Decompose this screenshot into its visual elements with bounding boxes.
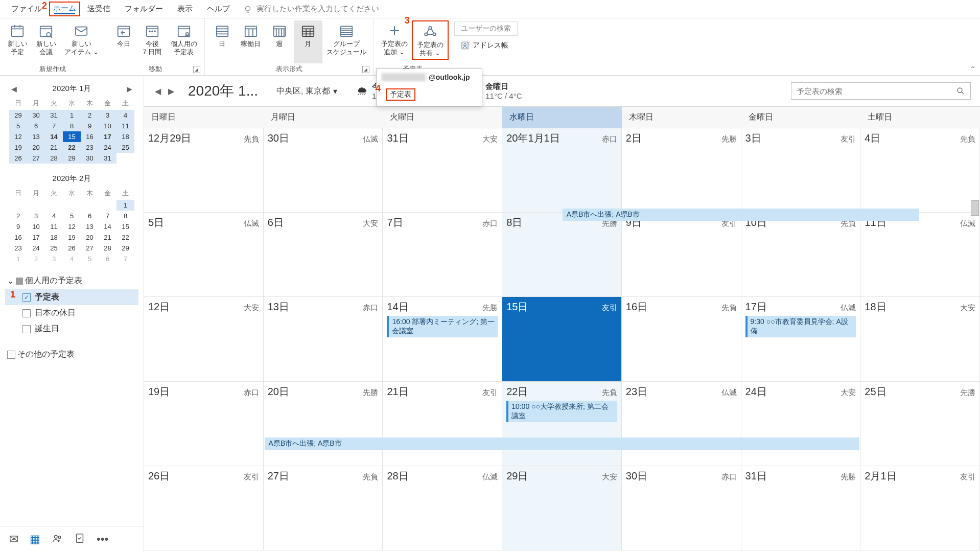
mini-day[interactable]: 19 [63, 232, 81, 243]
mini-day[interactable]: 29 [116, 243, 134, 254]
mini-day[interactable]: 7 [45, 121, 63, 131]
workweek-view-button[interactable]: 稼働日 [237, 20, 265, 63]
mini-day[interactable]: 13 [81, 221, 99, 232]
mini-day[interactable]: 25 [116, 142, 134, 153]
mini-day[interactable] [81, 200, 99, 211]
location-dropdown[interactable]: 中央区, 東京都▾ [276, 86, 337, 97]
day-cell[interactable]: 31日大安 [383, 128, 502, 213]
menu-home[interactable]: ホーム [49, 2, 80, 16]
search-icon[interactable] [956, 86, 965, 96]
mini-day[interactable]: 26 [9, 153, 27, 164]
mini-day[interactable]: 25 [45, 243, 63, 254]
mini-day[interactable]: 18 [116, 131, 134, 142]
day-cell[interactable]: 10日先負 [741, 213, 861, 297]
mini-day[interactable]: 7 [116, 254, 134, 264]
mini-day[interactable]: 4 [45, 211, 63, 221]
event-item[interactable]: 9:30 ○○市教育委員見学会; A設備 [745, 316, 856, 337]
mini-day[interactable]: 31 [99, 153, 116, 164]
share-menu-account[interactable]: @outlook.jp [377, 69, 482, 85]
mini-day[interactable]: 3 [45, 254, 63, 264]
mini-day[interactable]: 24 [99, 142, 116, 153]
mini-day[interactable]: 4 [116, 110, 134, 121]
day-cell[interactable]: 23日仏滅 [622, 382, 741, 466]
day-cell[interactable]: 20年1月1日赤口 [502, 128, 622, 213]
collapse-ribbon-button[interactable]: ⌃ [970, 65, 976, 73]
personal-calendar-button[interactable]: 個人用の 予定表 [167, 20, 201, 63]
mini-day[interactable]: 8 [116, 211, 134, 221]
prev-month-button[interactable]: ◀ [11, 85, 17, 93]
day-cell[interactable]: 12月29日先負 [144, 128, 264, 213]
mini-day[interactable]: 2 [9, 211, 27, 221]
people-nav-icon[interactable] [52, 533, 63, 546]
mini-day[interactable]: 8 [63, 121, 81, 131]
day-cell[interactable]: 18日大安 [860, 297, 980, 381]
month-grid[interactable]: 12月29日先負30日仏滅31日大安20年1月1日赤口2日先勝3日友引4日先負5… [144, 128, 980, 550]
mini-day[interactable] [99, 200, 116, 211]
mini-day[interactable] [116, 153, 134, 164]
new-items-button[interactable]: 新しい アイテム ⌄ [60, 20, 103, 63]
day-cell[interactable]: 14日先勝16:00 部署内ミーティング; 第一会議室 [383, 297, 502, 381]
more-nav-icon[interactable]: ••• [97, 533, 108, 546]
mini-day[interactable]: 17 [99, 131, 116, 142]
mini-day[interactable]: 5 [9, 121, 27, 131]
day-cell[interactable]: 9日友引 [622, 213, 741, 297]
dialog-launcher-icon[interactable]: ◢ [362, 66, 369, 73]
day-cell[interactable]: 21日友引 [383, 382, 502, 466]
mini-day[interactable]: 19 [9, 142, 27, 153]
checkbox-unchecked-icon[interactable]: ✓ [22, 325, 31, 333]
day-cell[interactable]: 8日先勝 [502, 213, 622, 297]
checkbox-checked-icon[interactable]: ✓ [22, 293, 31, 302]
mini-day[interactable]: 17 [27, 232, 45, 243]
day-cell[interactable]: 5日仏滅 [144, 213, 264, 297]
day-cell[interactable]: 30日赤口 [622, 466, 741, 550]
mini-day[interactable]: 11 [45, 221, 63, 232]
mini-day[interactable]: 1 [63, 110, 81, 121]
checkbox-unchecked-icon[interactable]: ✓ [22, 309, 31, 317]
mini-day[interactable]: 2 [81, 110, 99, 121]
mail-nav-icon[interactable]: ✉ [9, 533, 18, 546]
day-cell[interactable]: 12日大安 [144, 297, 264, 381]
calendar-item-birthdays[interactable]: ✓ 誕生日 [5, 321, 138, 337]
mini-day[interactable]: 29 [9, 110, 27, 121]
new-meeting-button[interactable]: 新しい 会議 [32, 20, 60, 63]
mini-day[interactable]: 1 [116, 200, 134, 211]
day-cell[interactable]: 13日赤口 [264, 297, 383, 381]
mini-day[interactable]: 20 [81, 232, 99, 243]
mini-day[interactable]: 14 [45, 131, 63, 142]
mini-day[interactable]: 31 [45, 110, 63, 121]
calendar-search-input[interactable] [797, 87, 956, 96]
mini-day[interactable]: 10 [99, 121, 116, 131]
day-cell[interactable]: 25日先勝 [860, 382, 980, 466]
group-schedule-button[interactable]: グループ スケジュール [322, 20, 370, 63]
share-menu-calendar-item[interactable]: 予定表 [386, 88, 415, 101]
today-button[interactable]: 今日 [109, 20, 138, 63]
mini-day[interactable]: 29 [63, 153, 81, 164]
mini-day[interactable]: 5 [63, 211, 81, 221]
day-cell[interactable]: 15日友引 [502, 297, 622, 381]
mini-day[interactable]: 9 [81, 121, 99, 131]
mini-day[interactable]: 10 [27, 221, 45, 232]
next-month-button[interactable]: ▶ [127, 85, 132, 93]
menu-sendreceive[interactable]: 送受信 [80, 1, 118, 17]
tasks-nav-icon[interactable] [74, 533, 85, 546]
mini-day[interactable]: 3 [99, 110, 116, 121]
mini-day[interactable]: 11 [116, 121, 134, 131]
mini-day[interactable]: 27 [27, 153, 45, 164]
mini-day[interactable]: 1 [9, 254, 27, 264]
calendar-item-default[interactable]: ✓ 予定表 [5, 289, 138, 305]
mini-day[interactable]: 7 [99, 211, 116, 221]
day-cell[interactable]: 29日大安 [502, 466, 622, 550]
mini-day[interactable]: 4 [63, 254, 81, 264]
mini-day[interactable]: 24 [27, 243, 45, 254]
next-period-button[interactable]: ▶ [167, 86, 176, 96]
calendar-group-personal[interactable]: ⌄ 個人用の予定表 [5, 272, 138, 289]
mini-day[interactable]: 30 [81, 153, 99, 164]
day-cell[interactable]: 30日仏滅 [264, 128, 383, 213]
mini-day[interactable]: 12 [63, 221, 81, 232]
allday-event-trip1[interactable]: A県B市へ出張; A県B市 [563, 209, 920, 221]
day-cell[interactable]: 2日先勝 [622, 128, 741, 213]
scrollbar-thumb[interactable] [971, 200, 979, 216]
address-book-button[interactable]: アドレス帳 [454, 39, 518, 52]
mini-day[interactable]: 9 [9, 221, 27, 232]
event-item[interactable]: 10:00 ○○大学教授来所; 第二会議室 [506, 401, 617, 422]
